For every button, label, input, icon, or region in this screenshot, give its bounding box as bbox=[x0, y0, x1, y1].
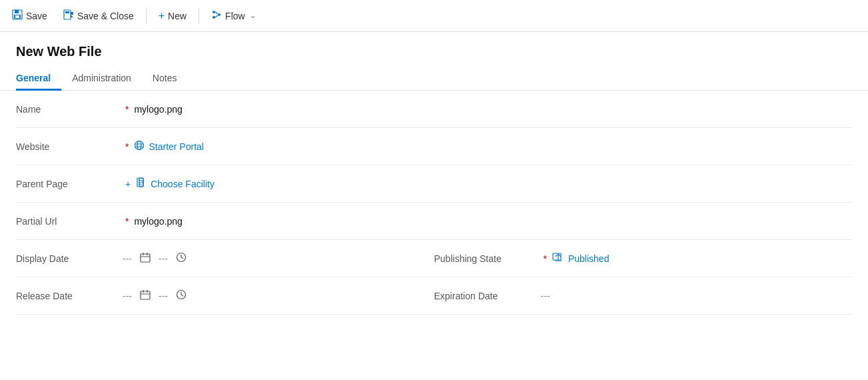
publishing-state-value: Published bbox=[552, 251, 852, 265]
partial-url-required-star: * bbox=[125, 216, 129, 227]
release-date-calendar-button[interactable] bbox=[137, 287, 153, 305]
parent-page-label: Parent Page bbox=[16, 179, 123, 189]
toolbar-separator-2 bbox=[199, 8, 199, 24]
expiration-date-section: Expiration Date --- bbox=[434, 291, 853, 301]
website-required-star: * bbox=[125, 141, 129, 152]
tab-administration[interactable]: Administration bbox=[61, 67, 142, 91]
field-row-display-date-publishing: Display Date --- --- Publ bbox=[16, 240, 852, 277]
svg-rect-31 bbox=[141, 291, 150, 299]
save-close-icon bbox=[63, 9, 74, 22]
publishing-state-link-text: Published bbox=[568, 253, 610, 264]
svg-line-11 bbox=[215, 15, 218, 17]
svg-rect-1 bbox=[15, 10, 19, 13]
publishing-state-label: Publishing State bbox=[434, 253, 541, 264]
svg-rect-3 bbox=[15, 15, 19, 18]
svg-rect-28 bbox=[553, 253, 561, 260]
save-close-label: Save & Close bbox=[77, 11, 134, 21]
page-title-area: New Web File bbox=[0, 32, 868, 59]
svg-rect-6 bbox=[71, 12, 73, 15]
tab-notes[interactable]: Notes bbox=[142, 67, 188, 91]
new-icon: + bbox=[159, 10, 165, 22]
page-title: New Web File bbox=[16, 44, 852, 59]
toolbar: Save Save & Close + New Fl bbox=[0, 0, 868, 32]
svg-line-10 bbox=[215, 12, 218, 14]
form-content: Name * mylogo.png Website * Starter Port… bbox=[0, 91, 868, 315]
svg-rect-5 bbox=[65, 11, 69, 13]
release-date-dash2: --- bbox=[159, 291, 168, 301]
published-icon bbox=[552, 251, 564, 265]
save-icon bbox=[12, 9, 23, 22]
svg-point-7 bbox=[213, 11, 215, 13]
new-label: New bbox=[168, 11, 187, 21]
display-date-dash1: --- bbox=[123, 253, 132, 264]
release-date-label: Release Date bbox=[16, 291, 123, 301]
save-close-button[interactable]: Save & Close bbox=[57, 6, 141, 25]
parent-page-link[interactable]: Choose Facility bbox=[136, 177, 852, 190]
parent-page-value: Choose Facility bbox=[136, 177, 852, 190]
new-button[interactable]: + New bbox=[152, 7, 193, 25]
partial-url-label: Partial Url bbox=[16, 216, 123, 227]
name-value[interactable]: mylogo.png bbox=[134, 104, 852, 115]
name-label: Name bbox=[16, 104, 123, 115]
parent-page-link-text: Choose Facility bbox=[151, 179, 215, 189]
toolbar-separator bbox=[146, 8, 147, 24]
website-link-text: Starter Portal bbox=[149, 141, 203, 152]
partial-url-value[interactable]: mylogo.png bbox=[134, 216, 852, 227]
save-label: Save bbox=[26, 11, 47, 21]
svg-point-12 bbox=[135, 141, 144, 150]
tab-general[interactable]: General bbox=[16, 67, 61, 91]
name-required-star: * bbox=[125, 104, 129, 115]
expiration-date-label: Expiration Date bbox=[434, 291, 541, 301]
release-date-dash1: --- bbox=[123, 291, 132, 301]
publishing-state-section: Publishing State * Published bbox=[434, 251, 853, 265]
svg-point-9 bbox=[213, 16, 215, 19]
svg-rect-21 bbox=[141, 254, 150, 262]
expiration-date-value: --- bbox=[541, 291, 550, 301]
field-row-release-date-expiration: Release Date --- --- Expi bbox=[16, 277, 852, 315]
parent-page-plus-icon: + bbox=[125, 179, 131, 189]
publishing-state-required-star: * bbox=[544, 253, 547, 264]
field-row-parent-page: Parent Page + Choose Facility bbox=[16, 165, 852, 203]
field-row-website: Website * Starter Portal bbox=[16, 128, 852, 165]
flow-chevron-icon: ⌄ bbox=[250, 11, 256, 20]
display-date-clock-button[interactable] bbox=[173, 249, 189, 267]
release-date-clock-button[interactable] bbox=[173, 287, 189, 305]
display-date-dash2: --- bbox=[159, 253, 168, 264]
display-date-section: Display Date --- --- bbox=[16, 249, 434, 267]
website-link[interactable]: Starter Portal bbox=[134, 140, 852, 153]
svg-point-13 bbox=[137, 141, 141, 150]
website-label: Website bbox=[16, 141, 123, 152]
svg-point-8 bbox=[218, 13, 220, 16]
save-button[interactable]: Save bbox=[5, 6, 54, 25]
display-date-label: Display Date bbox=[16, 253, 123, 264]
website-value: Starter Portal bbox=[134, 140, 852, 153]
svg-line-27 bbox=[181, 257, 183, 259]
release-date-section: Release Date --- --- bbox=[16, 287, 434, 305]
field-row-partial-url: Partial Url * mylogo.png bbox=[16, 203, 852, 240]
svg-line-37 bbox=[181, 295, 183, 296]
globe-icon bbox=[134, 140, 145, 153]
publishing-state-link[interactable]: Published bbox=[552, 251, 852, 265]
display-date-calendar-button[interactable] bbox=[137, 249, 153, 267]
flow-label: Flow bbox=[225, 11, 245, 21]
flow-button[interactable]: Flow ⌄ bbox=[205, 6, 262, 25]
tabs: General Administration Notes bbox=[0, 59, 868, 91]
flow-icon bbox=[211, 9, 222, 22]
field-row-name: Name * mylogo.png bbox=[16, 91, 852, 128]
page-icon bbox=[136, 177, 147, 190]
